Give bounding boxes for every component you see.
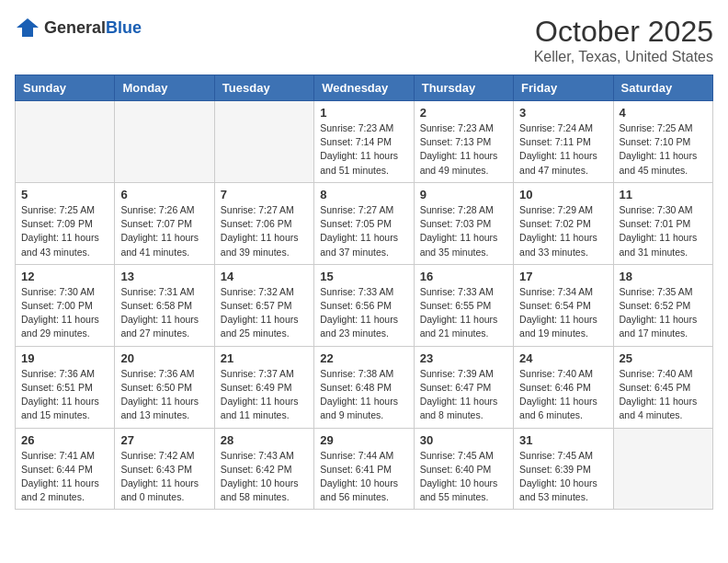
day-info: Sunrise: 7:23 AM Sunset: 7:14 PM Dayligh… [320,121,407,178]
calendar-cell: 17Sunrise: 7:34 AM Sunset: 6:54 PM Dayli… [514,264,613,346]
day-number: 10 [519,188,607,201]
calendar-cell: 20Sunrise: 7:36 AM Sunset: 6:50 PM Dayli… [115,346,214,428]
day-info: Sunrise: 7:26 AM Sunset: 7:07 PM Dayligh… [120,203,208,259]
title-block: October 2025 Keller, Texas, United State… [534,15,713,65]
calendar-cell: 30Sunrise: 7:45 AM Sunset: 6:40 PM Dayli… [414,428,513,510]
day-number: 11 [620,188,707,201]
svg-marker-0 [17,18,39,37]
calendar-cell: 26Sunrise: 7:41 AM Sunset: 6:44 PM Dayli… [16,428,115,510]
day-number: 30 [420,433,507,447]
day-number: 19 [21,351,108,365]
day-number: 18 [620,270,707,283]
weekday-header-wednesday: Wednesday [314,75,414,101]
calendar-cell: 12Sunrise: 7:30 AM Sunset: 7:00 PM Dayli… [16,264,115,346]
day-info: Sunrise: 7:44 AM Sunset: 6:41 PM Dayligh… [320,449,407,505]
calendar-cell: 4Sunrise: 7:25 AM Sunset: 7:10 PM Daylig… [613,101,712,183]
calendar-table: SundayMondayTuesdayWednesdayThursdayFrid… [15,75,713,510]
day-number: 27 [120,433,208,447]
day-info: Sunrise: 7:28 AM Sunset: 7:03 PM Dayligh… [420,203,507,259]
page-header: GeneralBlue October 2025 Keller, Texas, … [15,15,713,65]
day-info: Sunrise: 7:43 AM Sunset: 6:42 PM Dayligh… [221,449,308,505]
calendar-cell: 2Sunrise: 7:23 AM Sunset: 7:13 PM Daylig… [414,101,513,183]
calendar-cell: 10Sunrise: 7:29 AM Sunset: 7:02 PM Dayli… [514,182,613,264]
calendar-cell: 15Sunrise: 7:33 AM Sunset: 6:56 PM Dayli… [314,264,414,346]
day-number: 28 [221,433,308,447]
day-number: 9 [420,188,507,201]
calendar-cell [214,101,313,183]
calendar-cell: 8Sunrise: 7:27 AM Sunset: 7:05 PM Daylig… [314,182,414,264]
day-number: 12 [21,270,108,283]
weekday-header-thursday: Thursday [414,75,513,101]
day-info: Sunrise: 7:36 AM Sunset: 6:50 PM Dayligh… [120,367,208,423]
day-info: Sunrise: 7:39 AM Sunset: 6:47 PM Dayligh… [420,367,507,423]
calendar-title: October 2025 [534,15,713,49]
day-number: 15 [320,270,407,283]
calendar-cell: 29Sunrise: 7:44 AM Sunset: 6:41 PM Dayli… [314,428,414,510]
day-info: Sunrise: 7:25 AM Sunset: 7:10 PM Dayligh… [620,121,707,178]
weekday-header-tuesday: Tuesday [214,75,313,101]
day-info: Sunrise: 7:27 AM Sunset: 7:05 PM Dayligh… [320,203,407,259]
logo-text-blue: Blue [106,18,142,37]
day-info: Sunrise: 7:33 AM Sunset: 6:55 PM Dayligh… [420,285,507,341]
day-number: 8 [320,188,407,201]
day-info: Sunrise: 7:30 AM Sunset: 7:01 PM Dayligh… [620,203,707,259]
day-number: 26 [21,433,108,447]
day-info: Sunrise: 7:36 AM Sunset: 6:51 PM Dayligh… [21,367,108,423]
calendar-cell: 24Sunrise: 7:40 AM Sunset: 6:46 PM Dayli… [514,346,613,428]
day-info: Sunrise: 7:25 AM Sunset: 7:09 PM Dayligh… [21,203,108,259]
day-number: 23 [420,351,507,365]
day-number: 29 [320,433,407,447]
calendar-cell: 9Sunrise: 7:28 AM Sunset: 7:03 PM Daylig… [414,182,513,264]
day-info: Sunrise: 7:40 AM Sunset: 6:46 PM Dayligh… [519,367,607,423]
day-info: Sunrise: 7:42 AM Sunset: 6:43 PM Dayligh… [120,449,208,505]
day-info: Sunrise: 7:41 AM Sunset: 6:44 PM Dayligh… [21,449,108,505]
calendar-cell: 6Sunrise: 7:26 AM Sunset: 7:07 PM Daylig… [115,182,214,264]
day-info: Sunrise: 7:45 AM Sunset: 6:40 PM Dayligh… [420,449,507,505]
day-number: 31 [519,433,607,447]
week-row-3: 12Sunrise: 7:30 AM Sunset: 7:00 PM Dayli… [16,264,713,346]
calendar-cell: 11Sunrise: 7:30 AM Sunset: 7:01 PM Dayli… [613,182,712,264]
day-number: 3 [519,106,607,120]
calendar-cell: 13Sunrise: 7:31 AM Sunset: 6:58 PM Dayli… [115,264,214,346]
day-number: 2 [420,106,507,120]
day-info: Sunrise: 7:24 AM Sunset: 7:11 PM Dayligh… [519,121,607,178]
day-info: Sunrise: 7:32 AM Sunset: 6:57 PM Dayligh… [221,285,308,341]
day-number: 5 [21,188,108,201]
week-row-1: 1Sunrise: 7:23 AM Sunset: 7:14 PM Daylig… [16,101,713,183]
calendar-cell: 23Sunrise: 7:39 AM Sunset: 6:47 PM Dayli… [414,346,513,428]
calendar-cell: 25Sunrise: 7:40 AM Sunset: 6:45 PM Dayli… [613,346,712,428]
calendar-cell: 18Sunrise: 7:35 AM Sunset: 6:52 PM Dayli… [613,264,712,346]
calendar-cell: 28Sunrise: 7:43 AM Sunset: 6:42 PM Dayli… [214,428,313,510]
calendar-cell: 14Sunrise: 7:32 AM Sunset: 6:57 PM Dayli… [214,264,313,346]
calendar-cell [115,101,214,183]
calendar-subtitle: Keller, Texas, United States [534,49,713,65]
calendar-cell: 22Sunrise: 7:38 AM Sunset: 6:48 PM Dayli… [314,346,414,428]
calendar-cell [613,428,712,510]
logo: GeneralBlue [15,15,142,40]
logo-text-general: General [44,18,106,37]
day-number: 1 [320,106,407,120]
day-number: 24 [519,351,607,365]
day-info: Sunrise: 7:38 AM Sunset: 6:48 PM Dayligh… [320,367,407,423]
day-number: 21 [221,351,308,365]
week-row-5: 26Sunrise: 7:41 AM Sunset: 6:44 PM Dayli… [16,428,713,510]
day-number: 22 [320,351,407,365]
calendar-cell: 31Sunrise: 7:45 AM Sunset: 6:39 PM Dayli… [514,428,613,510]
day-info: Sunrise: 7:37 AM Sunset: 6:49 PM Dayligh… [221,367,308,423]
calendar-cell: 16Sunrise: 7:33 AM Sunset: 6:55 PM Dayli… [414,264,513,346]
calendar-cell: 3Sunrise: 7:24 AM Sunset: 7:11 PM Daylig… [514,101,613,183]
calendar-cell [16,101,115,183]
day-info: Sunrise: 7:40 AM Sunset: 6:45 PM Dayligh… [620,367,707,423]
weekday-header-saturday: Saturday [613,75,712,101]
day-info: Sunrise: 7:29 AM Sunset: 7:02 PM Dayligh… [519,203,607,259]
weekday-header-friday: Friday [514,75,613,101]
day-number: 13 [120,270,208,283]
weekday-header-sunday: Sunday [16,75,115,101]
day-info: Sunrise: 7:30 AM Sunset: 7:00 PM Dayligh… [21,285,108,341]
logo-icon [15,15,40,40]
day-number: 17 [519,270,607,283]
day-number: 6 [120,188,208,201]
day-number: 14 [221,270,308,283]
calendar-cell: 7Sunrise: 7:27 AM Sunset: 7:06 PM Daylig… [214,182,313,264]
weekday-header-row: SundayMondayTuesdayWednesdayThursdayFrid… [16,75,713,101]
